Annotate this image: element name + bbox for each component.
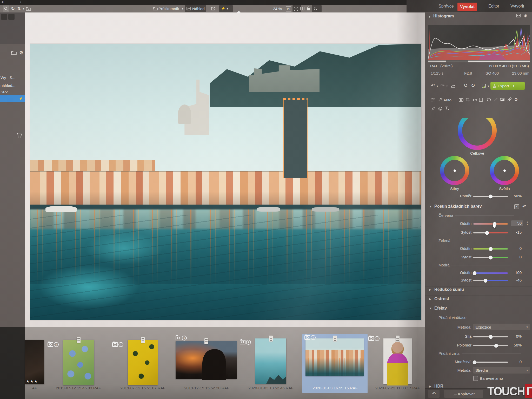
undo-icon[interactable]: ↶ (431, 82, 435, 89)
copy-settings-chevron-icon[interactable]: ▾ (488, 84, 489, 88)
image-icon[interactable] (451, 84, 455, 88)
vignette-radius-slider[interactable] (473, 345, 508, 346)
copy-settings-icon[interactable] (482, 84, 487, 88)
reset-button[interactable]: ↶ (428, 390, 440, 398)
view-mode2-icon[interactable] (8, 14, 15, 20)
slider-thumb[interactable] (494, 344, 498, 348)
collapse-icon[interactable]: ▼ (428, 15, 431, 18)
gradient-tool-icon[interactable] (500, 98, 504, 101)
histogram-scrollbar[interactable] (428, 61, 530, 62)
folder-icon[interactable] (11, 50, 17, 55)
thumbnail-2[interactable] (63, 340, 94, 385)
slider-thumb[interactable] (489, 194, 493, 198)
red-hue-slider[interactable] (473, 223, 508, 225)
slider-thumb[interactable] (489, 256, 493, 259)
frame-tool-icon[interactable] (479, 98, 483, 102)
pan-zoom-icon[interactable] (312, 5, 322, 12)
line-tool-icon[interactable] (494, 98, 498, 102)
section-color-balance[interactable]: ▼ Posun základních barev ✓ ↶ (425, 203, 532, 210)
thumbnail-1[interactable] (25, 340, 44, 384)
healing-tool-icon[interactable] (507, 97, 511, 102)
one-to-one-icon[interactable]: 1:1 (286, 6, 291, 11)
color-grain-checkbox[interactable] (473, 376, 478, 381)
undo-chevron-icon[interactable]: ▾ (437, 84, 438, 88)
settings-gear-icon[interactable]: ⚙ (514, 97, 518, 102)
section-effects[interactable]: ▼ Efekty (425, 305, 532, 312)
rotate-left-icon[interactable]: ↺ (464, 82, 468, 88)
reset-icon[interactable]: ↶ (522, 204, 526, 210)
tab-vyvolat[interactable]: Vyvolat (457, 3, 477, 11)
refresh-icon[interactable]: ↻ (11, 5, 15, 12)
vignette-method-dropdown[interactable]: Expozice ▾ (473, 324, 530, 330)
red-hue-value[interactable]: 50 (511, 220, 523, 226)
camera-tool-icon[interactable] (459, 98, 463, 102)
tab-spravce[interactable]: Správce (436, 0, 456, 12)
mask-tool-icon[interactable] (438, 107, 442, 111)
explorer-chevron-down-icon[interactable]: ▾ (182, 5, 183, 12)
adjustments-icon[interactable] (431, 98, 435, 102)
slider-thumb[interactable] (489, 247, 493, 251)
view-mode-icon[interactable] (1, 14, 7, 20)
tab-vytvorit[interactable]: Vytvořit (508, 0, 527, 12)
ellipse-tool-icon[interactable] (487, 98, 491, 102)
flash-preview-dropdown[interactable]: ⚡ ▾ (219, 5, 233, 12)
sidebar-item-selected[interactable]: ⚡ ▾ (0, 95, 28, 102)
ratio-slider[interactable] (473, 196, 508, 197)
section-sharpness[interactable]: ▶ Ostrost (425, 296, 532, 303)
rotate-right-icon[interactable]: ↻ (471, 82, 475, 88)
thumbnail-6-selected[interactable] (305, 338, 364, 376)
crop-icon[interactable] (466, 98, 470, 102)
green-hue-slider[interactable] (473, 248, 508, 250)
sidebar-item-3[interactable]: SPZ (1, 90, 8, 94)
redo-icon[interactable]: ↷ (440, 82, 445, 89)
grain-amount-slider[interactable] (473, 362, 508, 363)
sidebar-item-1[interactable]: Wy - S... (1, 75, 15, 80)
preview-toggle[interactable]: Náhled (185, 5, 206, 12)
thumbnail-5[interactable] (255, 338, 286, 384)
thumbnail-3[interactable] (128, 340, 158, 385)
target-icon[interactable]: ◉ (524, 13, 527, 18)
blue-hue-slider[interactable] (473, 272, 508, 274)
auto-label[interactable]: Auto (443, 98, 451, 102)
slider-thumb[interactable] (473, 360, 477, 364)
slider-thumb[interactable] (473, 271, 477, 275)
color-wheel-overall[interactable] (458, 118, 497, 150)
grain-method-dropdown[interactable]: Střední ▾ (473, 367, 530, 374)
redo-chevron-icon[interactable]: ▾ (446, 84, 448, 88)
blue-sat-slider[interactable] (473, 280, 508, 281)
thumbnail-7[interactable] (383, 338, 412, 384)
text-tool-icon[interactable] (445, 106, 449, 110)
green-sat-slider[interactable] (473, 257, 508, 258)
enabled-checkbox[interactable]: ✓ (514, 204, 519, 209)
section-noise-reduction[interactable]: ▶ Redukce šumu (425, 286, 532, 293)
export-button[interactable]: Export ▾ (490, 82, 525, 90)
color-wheel-shadows[interactable] (440, 156, 469, 185)
pen-tool-icon[interactable] (431, 107, 435, 111)
slider-thumb[interactable] (485, 231, 489, 235)
slider-thumb[interactable] (483, 279, 487, 283)
red-sat-slider[interactable] (473, 232, 508, 233)
lock-icon[interactable] (307, 5, 310, 12)
sort-icon[interactable]: ⇅ (17, 5, 21, 12)
copy-button[interactable]: Kopírovat (444, 390, 483, 398)
slider-thumb[interactable] (489, 335, 493, 339)
tab-editor[interactable]: Editor (486, 0, 502, 12)
vignette-strength-slider[interactable] (473, 336, 508, 337)
stepper-icons[interactable]: ▴▾ (527, 221, 528, 225)
thumbnail-4[interactable] (176, 341, 237, 379)
main-photo[interactable] (30, 44, 421, 320)
search-icon[interactable] (3, 5, 9, 12)
external-window-icon[interactable] (211, 5, 215, 12)
auto-wand-icon[interactable] (438, 98, 442, 102)
horizon-icon[interactable] (473, 98, 477, 101)
sidebar-item-2[interactable]: náhled... (1, 83, 16, 88)
gear-icon[interactable]: ⚙ (19, 50, 23, 56)
fit-screen-icon[interactable] (292, 5, 301, 12)
panel-preview-icon[interactable] (516, 14, 521, 17)
sort-chevron-down-icon[interactable]: ▾ (23, 5, 24, 12)
color-wheel-lights[interactable] (490, 156, 519, 185)
cart-icon[interactable] (16, 133, 22, 138)
compare-icon[interactable] (300, 5, 304, 12)
explorer-label[interactable]: Průzkumník (158, 5, 179, 12)
star-rating[interactable]: ★★★ (26, 379, 38, 384)
